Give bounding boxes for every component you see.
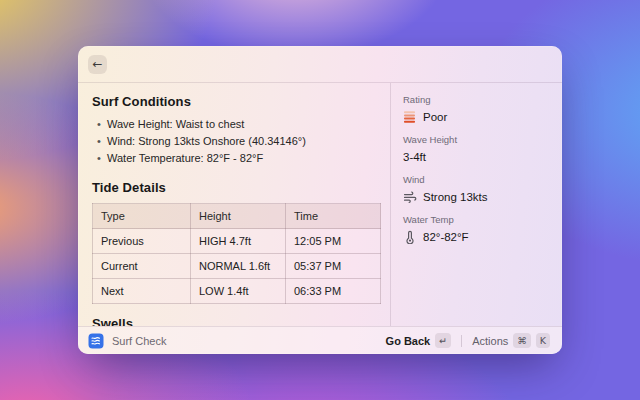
surf-check-app-icon	[88, 333, 104, 349]
water-temp-group: Water Temp 82°-82°F	[403, 214, 550, 244]
footer-divider	[461, 335, 462, 347]
list-item: Wave Height: Waist to chest	[92, 116, 374, 133]
table-row: Previous HIGH 4.7ft 12:05 PM	[93, 229, 381, 254]
return-key-icon: ↵	[435, 333, 451, 348]
surf-conditions-list: Wave Height: Waist to chest Wind: Strong…	[92, 116, 374, 167]
rating-value: Poor	[423, 111, 447, 123]
wind-value: Strong 13kts	[423, 191, 488, 203]
table-header-row: Type Height Time	[93, 204, 381, 229]
water-temp-value-row: 82°-82°F	[403, 229, 550, 244]
app-name: Surf Check	[112, 335, 166, 347]
command-key-icon: ⌘	[513, 333, 531, 348]
water-temp-value: 82°-82°F	[423, 231, 469, 243]
content-area: Surf Conditions Wave Height: Waist to ch…	[78, 83, 562, 326]
rating-group: Rating Poor	[403, 94, 550, 124]
k-key-icon: K	[536, 333, 550, 348]
surf-conditions-heading: Surf Conditions	[92, 94, 374, 109]
metadata-panel: Rating Poor Wave Height	[391, 83, 562, 326]
cell-height: HIGH 4.7ft	[191, 229, 286, 254]
level-bars-icon	[403, 110, 417, 124]
column-header-type: Type	[93, 204, 191, 229]
surf-check-window: ← Surf Conditions Wave Height: Waist to …	[78, 46, 562, 354]
cell-time: 06:33 PM	[286, 279, 381, 304]
cell-type: Current	[93, 254, 191, 279]
cell-height: LOW 1.4ft	[191, 279, 286, 304]
actions-label: Actions	[472, 335, 508, 347]
tide-table: Type Height Time Previous HIGH 4.7ft 12:…	[92, 203, 381, 304]
wind-value-row: Strong 13kts	[403, 189, 550, 204]
column-header-height: Height	[191, 204, 286, 229]
water-temp-label: Water Temp	[403, 214, 550, 225]
back-button[interactable]: ←	[88, 55, 107, 74]
go-back-button[interactable]: Go Back ↵	[384, 331, 454, 350]
wind-group: Wind Strong 13kts	[403, 174, 550, 204]
table-row: Current NORMAL 1.6ft 05:37 PM	[93, 254, 381, 279]
go-back-label: Go Back	[386, 335, 431, 347]
column-header-time: Time	[286, 204, 381, 229]
thermometer-icon	[403, 230, 417, 244]
wind-icon	[403, 190, 417, 204]
table-row: Next LOW 1.4ft 06:33 PM	[93, 279, 381, 304]
list-item: Wind: Strong 13kts Onshore (40.34146°)	[92, 133, 374, 150]
app-badge: Surf Check	[88, 333, 166, 349]
actions-button[interactable]: Actions ⌘ K	[470, 331, 552, 350]
wave-height-label: Wave Height	[403, 134, 550, 145]
swells-heading: Swells	[92, 316, 374, 326]
wind-label: Wind	[403, 174, 550, 185]
action-bar: Surf Check Go Back ↵ Actions ⌘ K	[78, 326, 562, 354]
cell-height: NORMAL 1.6ft	[191, 254, 286, 279]
window-header: ←	[78, 46, 562, 83]
cell-time: 12:05 PM	[286, 229, 381, 254]
rating-value-row: Poor	[403, 109, 550, 124]
wave-height-group: Wave Height 3-4ft	[403, 134, 550, 164]
detail-panel: Surf Conditions Wave Height: Waist to ch…	[78, 83, 390, 326]
cell-type: Previous	[93, 229, 191, 254]
wave-height-value: 3-4ft	[403, 151, 426, 163]
tide-details-heading: Tide Details	[92, 180, 374, 195]
cell-time: 05:37 PM	[286, 254, 381, 279]
list-item: Water Temperature: 82°F - 82°F	[92, 150, 374, 167]
cell-type: Next	[93, 279, 191, 304]
rating-label: Rating	[403, 94, 550, 105]
